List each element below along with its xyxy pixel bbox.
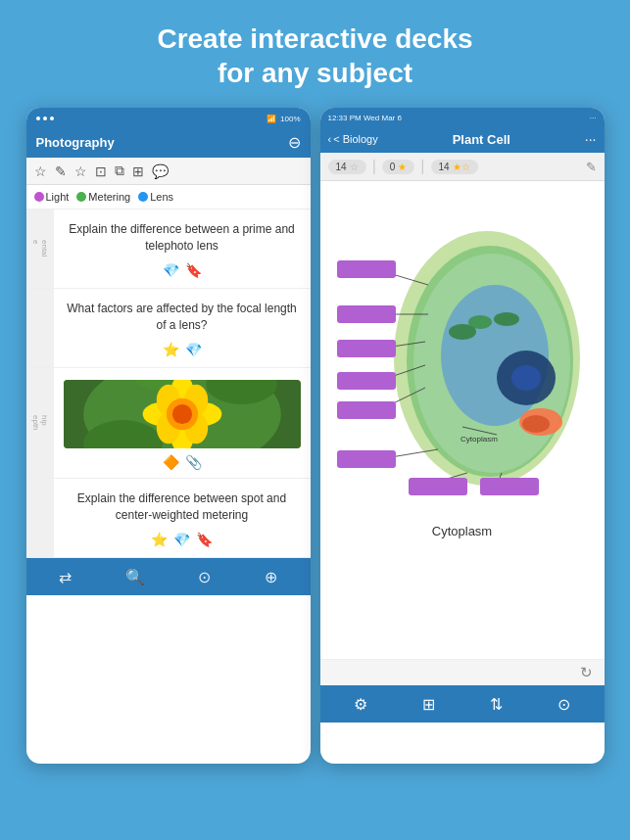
svg-point-20 [511,365,541,391]
card-content-2: What factors are affected by the focal l… [54,289,311,367]
tag-metering-label: Metering [88,191,130,203]
tag-light[interactable]: Light [34,191,70,203]
right-status-dots: ··· [590,114,597,122]
right-status-time: 12:33 PM Wed Mar 6 [328,114,402,122]
cytoplasm-bottom-label: Cytoplasm [326,524,599,538]
right-status-bar: 12:33 PM Wed Mar 6 ··· [320,108,605,127]
cards-list: entale Explain the difference between a … [26,210,311,558]
card-item-1[interactable]: entale Explain the difference between a … [26,210,311,289]
back-chevron-icon: ‹ [328,133,332,145]
phones-container: 📶 100% Photography ⊖ ☆ ✎ ☆ ⊡ ⧉ ⊞ 💬 Light [0,108,630,764]
card-icon-diamond: 💎 [163,262,179,278]
right-nav-title: Plant Cell [453,132,510,147]
card-icons-2: ⭐ 💎 [64,342,301,357]
tool-layers[interactable]: ⊡ [95,163,107,179]
tool-grid[interactable]: ⊞ [132,163,144,179]
filter-both-count: 14 [439,162,450,172]
left-bottom-nav: ⇄ 🔍 ⊙ ⊕ [26,558,311,595]
tag-light-dot [34,192,44,202]
dot2 [43,117,47,120]
left-phone: 📶 100% Photography ⊖ ☆ ✎ ☆ ⊡ ⧉ ⊞ 💬 Light [26,108,311,764]
card-content-4: Explain the difference between spot and … [54,479,311,557]
card-text-1: Explain the difference between a prime a… [64,221,301,255]
filter-divider-2: | [420,158,424,175]
refresh-area: ↻ [320,659,605,685]
filter-starred[interactable]: 0 ★ [382,160,415,174]
card-strip-2 [26,289,54,367]
filter-all[interactable]: 14 ☆ [328,160,366,174]
battery-label: 100% [280,115,300,123]
left-status-bar: 📶 100% [26,108,311,129]
tag-lens[interactable]: Lens [138,191,173,203]
svg-rect-36 [337,305,396,323]
svg-point-22 [522,415,550,433]
tool-comment[interactable]: 💬 [152,163,169,179]
left-nav-btn-search[interactable]: 🔍 [125,568,145,586]
left-toolbar: ☆ ✎ ☆ ⊡ ⧉ ⊞ 💬 [26,158,311,185]
svg-rect-38 [337,372,396,390]
header: Create interactive decks for any subject [0,0,630,108]
right-nav-btn-circle[interactable]: ⊙ [557,695,570,714]
card-icons-3: 🔶 📎 [64,454,301,470]
left-nav-bar: Photography ⊖ [26,129,311,158]
card-icon-diamond-2: 💎 [185,342,202,357]
card-strip-4 [26,479,54,557]
right-nav-dots-icon[interactable]: ··· [585,131,597,147]
right-nav-btn-settings[interactable]: ⚙ [354,695,367,714]
filter-all-count: 14 [336,162,347,172]
filter-divider-1: | [372,158,376,175]
card-item-4[interactable]: Explain the difference between spot and … [26,479,311,558]
header-title: Create interactive decks for any subject [39,22,591,90]
dot3 [50,117,54,120]
left-nav-icon[interactable]: ⊖ [288,133,301,152]
filter-edit-icon[interactable]: ✎ [586,160,597,174]
filter-both[interactable]: 14 ★☆ [431,160,478,174]
card-item-3[interactable]: hipepth [26,368,311,479]
filter-bar: 14 ☆ | 0 ★ | 14 ★☆ ✎ [320,153,605,181]
svg-rect-37 [337,340,396,357]
svg-rect-39 [337,401,396,419]
wifi-icon: 📶 [267,115,276,123]
card-icon-star: ⭐ [163,342,179,357]
left-nav-btn-shuffle[interactable]: ⇄ [59,568,72,586]
card-image [64,380,301,448]
tag-lens-dot [138,192,148,202]
left-nav-btn-plus[interactable]: ⊕ [265,568,277,586]
right-nav-btn-arrows[interactable]: ⇅ [490,695,503,714]
dot1 [36,117,40,120]
filter-starred-count: 0 [390,162,396,172]
status-dots [36,117,54,120]
left-nav-btn-circle[interactable]: ⊙ [198,568,211,586]
card-icon-bookmark-red2: 🔖 [196,532,213,547]
card-icon-orange: 🔶 [163,454,179,470]
left-nav-title: Photography [36,135,115,150]
svg-rect-42 [480,478,539,495]
tool-note[interactable]: ✎ [55,163,67,179]
card-strip-1: entale [26,210,54,288]
card-icon-star-2: ⭐ [151,532,168,547]
svg-point-14 [171,404,191,424]
plant-cell-diagram: Cytoplasm [335,187,590,520]
filter-starred-star-icon: ★ [398,162,407,172]
card-content-1: Explain the difference between a prime a… [54,210,311,288]
card-item-2[interactable]: What factors are affected by the focal l… [26,289,311,368]
card-icon-diamond-3: 💎 [173,532,190,547]
svg-point-25 [494,312,519,326]
svg-rect-40 [337,450,396,468]
card-icons-4: ⭐ 💎 🔖 [64,532,301,547]
tool-star[interactable]: ☆ [74,163,87,179]
tool-bookmark[interactable]: ☆ [34,163,47,179]
tag-metering-dot [76,192,86,202]
right-card-area: Cytoplasm Cytoplasm [320,181,605,659]
refresh-icon[interactable]: ↻ [580,664,593,681]
card-content-3: 🔶 📎 [54,368,311,478]
right-nav-back[interactable]: ‹ < Biology [328,133,378,145]
card-text-4: Explain the difference between spot and … [64,490,301,524]
card-icon-bookmark-red: 🔖 [185,262,202,278]
tags-row: Light Metering Lens [26,185,311,210]
svg-rect-41 [409,478,467,495]
tool-copy[interactable]: ⧉ [115,163,124,179]
right-nav-btn-grid[interactable]: ⊞ [422,695,435,714]
tag-metering[interactable]: Metering [76,191,130,203]
svg-text:Cytoplasm: Cytoplasm [460,435,498,443]
